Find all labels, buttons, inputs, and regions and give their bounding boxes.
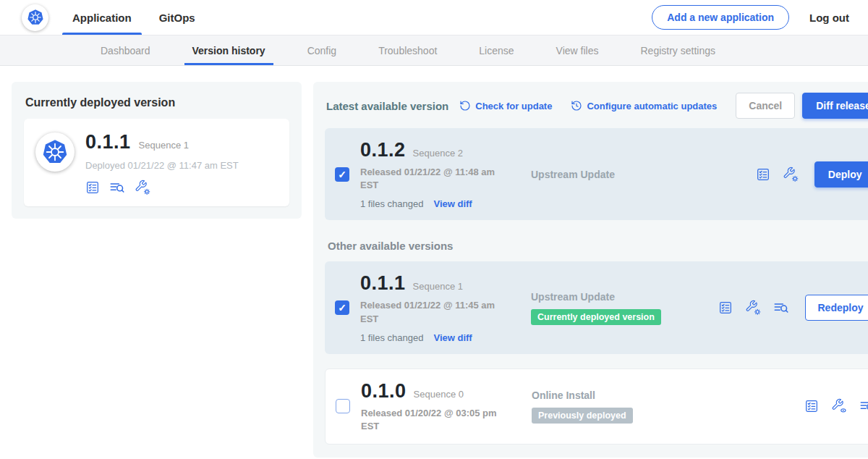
wrench-gear-icon[interactable] [745,300,761,316]
version-checkbox[interactable] [335,300,349,315]
wrench-eye-icon[interactable] [831,398,847,414]
deployed-version-details: 0.1.1 Sequence 1 Deployed 01/21/22 @ 11:… [85,131,239,195]
app-subnav: Dashboard Version history Config Trouble… [0,35,868,66]
top-navbar: Application GitOps Add a new application… [0,0,868,35]
available-versions-panel: Latest available version Check for updat… [313,82,868,458]
checklist-icon[interactable] [804,399,819,413]
check-for-update-label: Check for update [475,101,552,111]
latest-available-title: Latest available version [326,100,448,112]
refresh-icon [459,100,471,111]
version-info: 0.1.1 Sequence 1 Released 01/21/22 @ 11:… [360,272,514,342]
currently-deployed-title: Currently deployed version [24,96,289,109]
text-search-icon[interactable] [109,180,125,195]
currently-deployed-badge: Currently deployed version [531,309,661,325]
version-row-0-1-2: 0.1.2 Sequence 2 Released 01/21/22 @ 11:… [325,128,868,220]
subnav-view-files[interactable]: View files [535,35,620,65]
diff-releases-button[interactable]: Diff releases [802,93,868,119]
source-label: Upstream Update [531,291,718,303]
version-row-0-1-1: 0.1.1 Sequence 1 Released 01/21/22 @ 11:… [325,261,868,353]
main-content: Currently deployed version 0.1.1 Sequenc… [0,66,868,458]
deploy-button[interactable]: Deploy [814,161,868,188]
subnav-troubleshoot-label: Troubleshoot [378,45,437,56]
version-actions [804,398,868,414]
deployed-version-number: 0.1.1 [85,131,131,153]
version-actions: Deploy [756,161,868,188]
subnav-troubleshoot[interactable]: Troubleshoot [357,35,458,65]
deployed-timestamp: Deployed 01/21/22 @ 11:47 am EST [85,160,239,171]
released-timestamp: Released 01/21/22 @ 11:45 am EST [360,299,509,325]
files-changed-label: 1 files changed [360,198,423,209]
version-info: 0.1.0 Sequence 0 Released 01/20/22 @ 03:… [361,380,514,433]
configure-automatic-updates-label: Configure automatic updates [587,101,717,111]
view-diff-link[interactable]: View diff [433,198,472,209]
files-changed-label: 1 files changed [360,332,423,343]
version-number: 0.1.1 [360,272,406,295]
tab-gitops-label: GitOps [159,12,195,24]
other-versions-title: Other available versions [328,240,868,252]
checklist-icon[interactable] [85,180,100,195]
subnav-version-history[interactable]: Version history [171,35,286,65]
released-timestamp: Released 01/21/22 @ 11:48 am EST [360,166,509,192]
kubernetes-logo[interactable] [22,4,48,31]
subnav-view-files-label: View files [556,45,599,56]
version-source: Online Install Previously deployed [514,389,804,424]
version-number: 0.1.0 [361,380,407,403]
view-diff-link[interactable]: View diff [433,332,472,343]
subnav-config-label: Config [307,45,336,56]
version-actions: Redeploy [718,295,868,321]
wrench-gear-icon[interactable] [783,167,799,182]
version-checkbox[interactable] [335,167,349,182]
source-label: Online Install [532,389,804,401]
version-number: 0.1.2 [360,139,406,161]
wrench-gear-icon[interactable] [135,180,150,195]
subnav-dashboard[interactable]: Dashboard [80,35,171,65]
app-icon [35,132,75,172]
previously-deployed-badge: Previously deployed [532,408,633,424]
clock-refresh-icon [571,100,582,111]
logout-link[interactable]: Log out [809,12,849,24]
subnav-license-label: License [479,45,514,56]
version-sequence: Sequence 2 [413,148,463,159]
subnav-license[interactable]: License [458,35,535,65]
source-label: Upstream Update [531,169,756,180]
deployed-version-card: 0.1.1 Sequence 1 Deployed 01/21/22 @ 11:… [24,119,289,206]
version-sequence: Sequence 1 [413,281,463,292]
subnav-registry-settings-label: Registry settings [640,45,715,56]
released-timestamp: Released 01/20/22 @ 03:05 pm EST [361,407,509,433]
version-source: Upstream Update [514,169,756,180]
text-search-icon[interactable] [859,398,868,414]
subnav-version-history-label: Version history [192,45,265,56]
add-application-button[interactable]: Add a new application [652,5,789,30]
text-search-icon[interactable] [773,300,789,316]
check-for-update-link[interactable]: Check for update [459,100,552,111]
available-versions-header: Latest available version Check for updat… [325,93,868,119]
cancel-button[interactable]: Cancel [736,93,795,119]
deployed-sequence: Sequence 1 [139,140,189,151]
checklist-icon[interactable] [756,167,770,182]
version-checkbox[interactable] [336,399,350,413]
tab-application[interactable]: Application [72,0,132,35]
version-info: 0.1.2 Sequence 2 Released 01/21/22 @ 11:… [360,139,514,209]
redeploy-button[interactable]: Redeploy [805,295,868,321]
version-sequence: Sequence 0 [414,389,464,400]
currently-deployed-panel: Currently deployed version 0.1.1 Sequenc… [12,82,302,219]
tab-gitops[interactable]: GitOps [159,0,195,35]
topnav-right: Add a new application Log out [652,5,849,30]
version-row-0-1-0: 0.1.0 Sequence 0 Released 01/20/22 @ 03:… [325,369,868,445]
version-source: Upstream Update Currently deployed versi… [514,291,718,325]
top-tabs: Application GitOps [72,0,195,35]
subnav-config[interactable]: Config [286,35,357,65]
tab-application-label: Application [72,12,132,24]
subnav-dashboard-label: Dashboard [101,45,150,56]
subnav-registry-settings[interactable]: Registry settings [619,35,736,65]
configure-automatic-updates-link[interactable]: Configure automatic updates [571,100,717,111]
checklist-icon[interactable] [718,300,733,315]
